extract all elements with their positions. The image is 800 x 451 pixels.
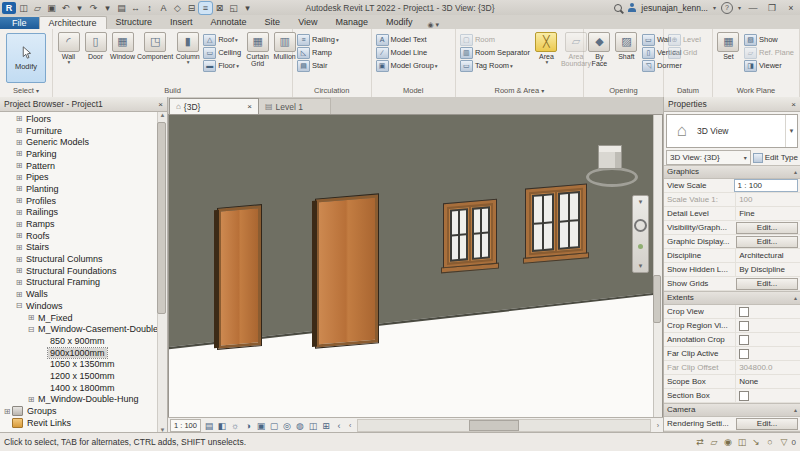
tree-item[interactable]: 850 x 900mm [0, 335, 167, 347]
ribbon-button[interactable]: ▦ Window [109, 31, 136, 85]
tree-item[interactable]: ⊞Ramps [0, 218, 167, 230]
ribbon-button[interactable]: ▣ Model Group▾ [376, 59, 438, 72]
ribbon-tab[interactable]: Architecture [39, 16, 107, 29]
ribbon-tab[interactable]: Modify [377, 16, 422, 29]
ribbon-tab[interactable]: Insert [161, 16, 202, 29]
tab-file[interactable]: File [0, 17, 39, 29]
ribbon-button[interactable]: ▬ Floor▾ [203, 59, 242, 72]
user-name[interactable]: jesunajan_kenn... [641, 3, 708, 13]
ribbon-tab[interactable]: Site [256, 16, 290, 29]
view-control-icon[interactable]: ◍ [294, 420, 306, 432]
property-row[interactable]: Show Grids Edit... [664, 277, 800, 291]
property-row[interactable]: Show Hidden L... By Discipline [664, 263, 800, 277]
tree-item[interactable]: ⊟M_Window-Casement-Double [0, 323, 167, 335]
tree-item[interactable]: ⊞Furniture [0, 125, 167, 137]
tree-item[interactable]: ⊞Pattern [0, 160, 167, 172]
window-element-right[interactable] [526, 184, 586, 258]
steering-wheel-icon[interactable] [634, 219, 647, 232]
tree-item[interactable]: ⊞Railings [0, 207, 167, 219]
tree-item[interactable]: ⊞Floors [0, 113, 167, 125]
project-browser-scroll-thumb[interactable] [157, 122, 166, 314]
ribbon-button[interactable]: ◺ Ramp [297, 46, 339, 59]
window-element-left[interactable] [444, 200, 496, 268]
property-row[interactable]: Section Box [664, 389, 800, 403]
zoom-icon[interactable] [638, 244, 643, 249]
qat-icon[interactable]: ◱ [227, 2, 240, 14]
status-toggle-icon[interactable]: ◫ [737, 437, 748, 448]
tree-expand-icon[interactable]: ⊞ [26, 313, 36, 322]
door-element-small[interactable] [218, 205, 261, 349]
ribbon-button[interactable]: ◨ Viewer [744, 59, 795, 72]
tree-item[interactable]: ⊞Structural Framing [0, 277, 167, 289]
help-dropdown-icon[interactable]: ▾ [738, 4, 741, 11]
view-control-icon[interactable]: ‹ [333, 420, 345, 432]
edit-type-button[interactable]: Edit Type [753, 153, 798, 163]
minimize-button[interactable]: — [746, 3, 760, 13]
navbar-more-icon[interactable]: ▾ [639, 262, 643, 270]
ribbon-button[interactable]: ▦ Curtain Grid [244, 31, 271, 85]
ribbon-button[interactable]: ▯ Door [82, 31, 109, 85]
property-row[interactable]: Rendering Setti... Edit... [664, 417, 800, 431]
status-toggle-icon[interactable]: ▽ [779, 437, 790, 448]
view-control-icon[interactable]: ◎ [281, 420, 293, 432]
qat-icon[interactable]: ↕ [143, 2, 156, 14]
ribbon-button[interactable]: ▨ Shaft [613, 31, 640, 85]
tree-expand-icon[interactable]: ⊟ [26, 325, 36, 334]
status-toggle-icon[interactable]: ↘ [751, 437, 762, 448]
view-control-icon[interactable]: ◑ [242, 420, 254, 432]
tree-item[interactable]: ⊞Groups [0, 405, 167, 417]
panel-label-room-area[interactable]: Room & Area ▾ [456, 85, 583, 97]
tree-item[interactable]: ⊞Stairs [0, 242, 167, 254]
ribbon-button[interactable]: ▭ Tag Room▾ [460, 59, 531, 72]
ribbon-button[interactable]: ⊕ Level [668, 33, 702, 46]
type-selector-dropdown-icon[interactable]: ▼ [785, 115, 797, 147]
tree-item[interactable]: ⊞Profiles [0, 195, 167, 207]
tree-item[interactable]: ⊞Structural Foundations [0, 265, 167, 277]
property-row[interactable]: Scope Box None [664, 375, 800, 389]
tree-expand-icon[interactable]: ⊞ [14, 255, 24, 264]
tree-expand-icon[interactable]: ⊞ [14, 114, 24, 123]
tree-expand-icon[interactable]: ⊞ [14, 231, 24, 240]
qat-icon[interactable]: ▤ [115, 2, 128, 14]
ribbon-button[interactable]: ◜ Wall▾ [55, 31, 82, 85]
tree-item[interactable]: ⊞Walls [0, 288, 167, 300]
ribbon-button[interactable]: A Model Text [376, 33, 438, 46]
section-extents[interactable]: Extents▴ [664, 291, 800, 305]
door-element-large[interactable] [316, 194, 378, 347]
tree-item[interactable]: ⊞Planting [0, 183, 167, 195]
tree-expand-icon[interactable]: ⊞ [14, 290, 24, 299]
user-avatar-icon[interactable] [627, 3, 636, 12]
view-control-icon[interactable]: ⊞ [320, 420, 332, 432]
ribbon-tab[interactable]: Annotate [202, 16, 256, 29]
ribbon-button[interactable]: ▱ Ref. Plane [744, 46, 795, 59]
tree-item[interactable]: ⊞Roofs [0, 230, 167, 242]
property-row[interactable]: Visibility/Graph... Edit... [664, 221, 800, 235]
tree-item[interactable]: ⊞Parking [0, 148, 167, 160]
qat-icon[interactable]: ⊟ [185, 2, 198, 14]
tree-item[interactable]: ⊟Windows [0, 300, 167, 312]
restore-button[interactable]: ❐ [765, 3, 779, 13]
property-row[interactable]: Discipline Architectural [664, 249, 800, 263]
ribbon-button[interactable]: ◆ By Face [586, 31, 613, 85]
tree-expand-icon[interactable]: ⊟ [14, 301, 24, 310]
property-row[interactable]: Detail Level Fine [664, 207, 800, 221]
view-control-icon[interactable]: ▣ [255, 420, 267, 432]
ribbon-button[interactable]: ≡ Railing▾ [297, 33, 339, 46]
view-cube[interactable] [584, 141, 636, 193]
section-camera[interactable]: Camera▴ [664, 403, 800, 417]
ribbon-button[interactable]: ▦ Set [715, 31, 742, 85]
hscroll-left-arrow[interactable]: ‹ [347, 422, 353, 429]
tree-expand-icon[interactable]: ⊞ [14, 196, 24, 205]
tree-item[interactable]: 900x1000mm [0, 347, 167, 359]
property-row[interactable]: Annotation Crop [664, 333, 800, 347]
canvas-horizontal-scrollbar[interactable] [357, 419, 650, 432]
tree-expand-icon[interactable]: ⊞ [14, 220, 24, 229]
ribbon-button[interactable]: △ Roof▾ [203, 33, 242, 46]
tree-item[interactable]: 1050 x 1350mm [0, 358, 167, 370]
ribbon-button[interactable]: ▤ Stair [297, 59, 339, 72]
instance-selector[interactable]: 3D View: {3D}▾ [666, 150, 751, 165]
qat-icon[interactable]: ⊠ [213, 2, 226, 14]
view-control-icon[interactable]: ☼ [229, 420, 241, 432]
tree-expand-icon[interactable]: ⊞ [2, 407, 12, 416]
hscroll-right-arrow[interactable]: › [655, 422, 661, 429]
